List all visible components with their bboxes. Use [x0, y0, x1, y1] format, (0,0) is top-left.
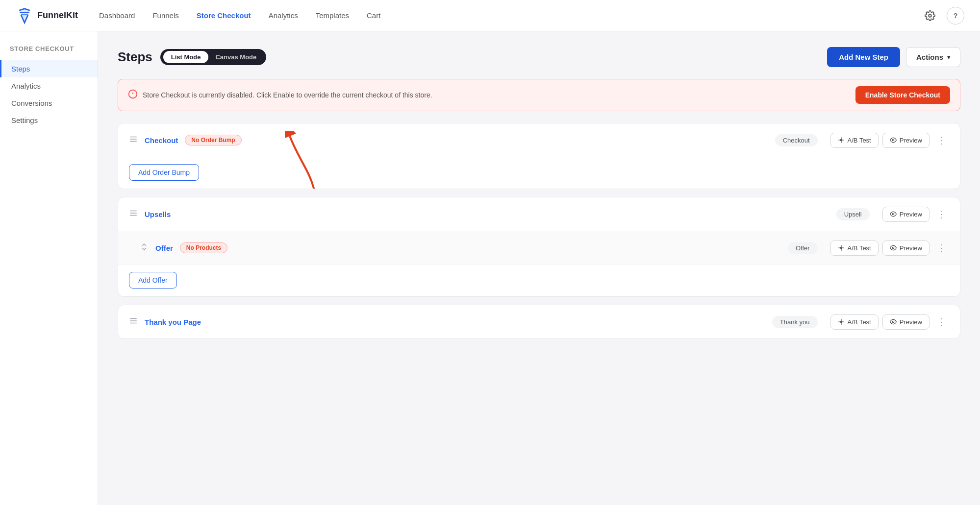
- page-header: Steps List Mode Canvas Mode Add New Step…: [118, 47, 960, 67]
- ab-test-icon: [838, 137, 845, 144]
- list-icon: [129, 135, 138, 144]
- actions-button[interactable]: Actions ▾: [906, 47, 960, 67]
- svg-point-8: [892, 139, 894, 141]
- checkout-sub-row: Add Order Bump: [118, 157, 960, 189]
- page-title: Steps: [118, 49, 152, 65]
- more-dots-icon-4: ⋮: [936, 316, 946, 327]
- thankyou-drag-handle-icon[interactable]: [129, 316, 138, 327]
- upsells-more-button[interactable]: ⋮: [933, 206, 949, 222]
- mode-switcher: List Mode Canvas Mode: [160, 49, 266, 65]
- offer-sort-icon[interactable]: [140, 242, 149, 253]
- nav-item-store-checkout[interactable]: Store Checkout: [197, 11, 251, 20]
- list-icon-2: [129, 209, 138, 217]
- page-header-left: Steps List Mode Canvas Mode: [118, 49, 266, 65]
- preview-label: Preview: [900, 137, 922, 144]
- nav-item-cart[interactable]: Cart: [367, 11, 380, 20]
- ab-icon-3: [838, 244, 845, 251]
- enable-store-checkout-button[interactable]: Enable Store Checkout: [855, 86, 950, 104]
- checkout-preview-button[interactable]: Preview: [882, 133, 930, 148]
- main-content: Steps List Mode Canvas Mode Add New Step…: [98, 31, 980, 505]
- nav-item-templates[interactable]: Templates: [316, 11, 349, 20]
- sidebar-menu: Steps Analytics Conversions Settings: [0, 60, 98, 129]
- question-mark-icon: ?: [954, 12, 958, 20]
- top-nav: FunnelKit Dashboard Funnels Store Checko…: [0, 0, 980, 31]
- checkout-ab-test-button[interactable]: A/B Test: [830, 133, 879, 148]
- add-offer-button[interactable]: Add Offer: [129, 272, 177, 289]
- offer-preview-button[interactable]: Preview: [882, 240, 930, 256]
- upsells-step-name[interactable]: Upsells: [145, 210, 171, 218]
- svg-point-20: [892, 321, 894, 323]
- svg-point-15: [892, 247, 894, 249]
- logo: FunnelKit: [16, 7, 79, 24]
- upsells-sub-row: Add Offer: [118, 265, 960, 296]
- svg-point-13: [892, 213, 894, 215]
- upsells-type-badge: Upsell: [836, 208, 870, 220]
- no-order-bump-badge: No Order Bump: [185, 135, 241, 145]
- settings-button[interactable]: [921, 7, 939, 24]
- more-dots-icon-2: ⋮: [936, 209, 946, 219]
- preview-label-2: Preview: [900, 211, 922, 218]
- more-dots-icon: ⋮: [936, 135, 946, 145]
- steps-list: Checkout No Order Bump Checkout A/B Test: [118, 123, 960, 339]
- eye-icon-4: [890, 318, 897, 325]
- page-header-right: Add New Step Actions ▾: [827, 47, 960, 67]
- ab-test-label-3: A/B Test: [848, 244, 871, 252]
- offer-ab-test-button[interactable]: A/B Test: [830, 240, 879, 256]
- sidebar-title: Store Checkout: [0, 45, 98, 60]
- thankyou-type-badge: Thank you: [772, 316, 818, 328]
- offer-more-button[interactable]: ⋮: [933, 240, 949, 256]
- upsells-drag-handle-icon[interactable]: [129, 209, 138, 219]
- alert-bar: Store Checkout is currently disabled. Cl…: [118, 79, 960, 111]
- thankyou-step-actions: A/B Test Preview ⋮: [830, 314, 949, 330]
- canvas-mode-button[interactable]: Canvas Mode: [208, 51, 263, 63]
- help-button[interactable]: ?: [947, 7, 964, 24]
- preview-label-4: Preview: [900, 318, 922, 326]
- sidebar: Store Checkout Steps Analytics Conversio…: [0, 31, 98, 505]
- ab-icon-4: [838, 318, 845, 325]
- info-circle-icon: [128, 89, 138, 99]
- sidebar-item-analytics[interactable]: Analytics: [0, 77, 98, 95]
- offer-step-name[interactable]: Offer: [155, 244, 173, 252]
- thankyou-step-card: Thank you Page Thank you A/B Test: [118, 305, 960, 339]
- thankyou-step-name[interactable]: Thank you Page: [145, 318, 201, 326]
- sidebar-item-steps[interactable]: Steps: [0, 60, 98, 77]
- actions-label: Actions: [916, 53, 943, 61]
- add-order-bump-button[interactable]: Add Order Bump: [129, 164, 199, 181]
- chevron-updown-icon: [140, 242, 149, 251]
- logo-text: FunnelKit: [37, 10, 78, 21]
- nav-item-analytics[interactable]: Analytics: [269, 11, 298, 20]
- upsells-step-actions: Preview ⋮: [882, 206, 949, 222]
- checkout-step-name[interactable]: Checkout: [145, 136, 178, 144]
- alert-left: Store Checkout is currently disabled. Cl…: [128, 89, 432, 101]
- checkout-step-actions: A/B Test Preview ⋮: [830, 132, 949, 148]
- eye-icon: [890, 137, 897, 144]
- drag-handle-icon[interactable]: [129, 135, 138, 145]
- gear-icon: [925, 10, 935, 21]
- checkout-more-button[interactable]: ⋮: [933, 132, 949, 148]
- ab-test-label: A/B Test: [848, 137, 871, 144]
- thankyou-more-button[interactable]: ⋮: [933, 314, 949, 330]
- alert-info-icon: [128, 89, 138, 101]
- sidebar-item-settings[interactable]: Settings: [0, 112, 98, 129]
- eye-icon-2: [890, 211, 897, 217]
- thankyou-preview-button[interactable]: Preview: [882, 314, 930, 330]
- sidebar-item-conversions[interactable]: Conversions: [0, 95, 98, 112]
- list-icon-4: [129, 316, 138, 325]
- list-mode-button[interactable]: List Mode: [163, 51, 209, 63]
- offer-step-actions: A/B Test Preview ⋮: [830, 240, 949, 256]
- logo-icon: [16, 7, 33, 24]
- upsells-step-row: Upsells Upsell Preview ⋮: [118, 197, 960, 231]
- no-products-badge: No Products: [180, 242, 227, 253]
- nav-item-funnels[interactable]: Funnels: [152, 11, 178, 20]
- checkout-step-card: Checkout No Order Bump Checkout A/B Test: [118, 123, 960, 189]
- preview-label-3: Preview: [900, 244, 922, 252]
- thankyou-ab-test-button[interactable]: A/B Test: [830, 314, 879, 330]
- chevron-down-icon: ▾: [947, 54, 950, 61]
- offer-sub-step-row: Offer No Products Offer A/B Test: [118, 231, 960, 265]
- add-new-step-button[interactable]: Add New Step: [827, 47, 900, 67]
- nav-item-dashboard[interactable]: Dashboard: [99, 11, 135, 20]
- upsells-preview-button[interactable]: Preview: [882, 207, 930, 222]
- nav-links: Dashboard Funnels Store Checkout Analyti…: [99, 11, 902, 20]
- thankyou-step-row: Thank you Page Thank you A/B Test: [118, 305, 960, 338]
- upsells-step-card: Upsells Upsell Preview ⋮: [118, 197, 960, 297]
